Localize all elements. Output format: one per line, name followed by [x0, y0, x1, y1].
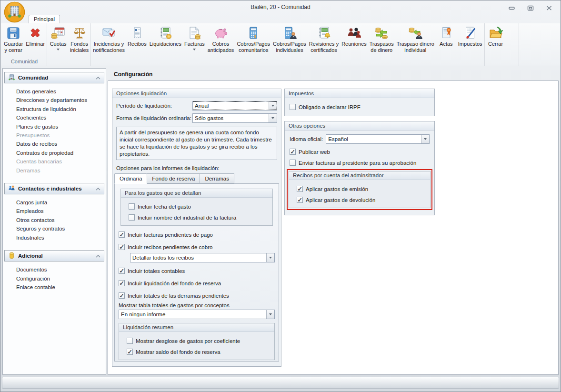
- forma-liquidacion-dropdown[interactable]: Sólo gastos: [192, 113, 277, 123]
- checkbox-box[interactable]: [119, 268, 125, 274]
- dropdown-button[interactable]: [269, 101, 277, 110]
- page-title: Configuración: [109, 68, 558, 80]
- sidebar-item-presupuestos[interactable]: Presupuestos: [3, 131, 106, 140]
- sidebar-item-estructura-liquidacion[interactable]: Estructura de liquidación: [3, 105, 106, 113]
- checkbox-box[interactable]: [290, 104, 296, 110]
- checkbox-incluir-fecha-gasto[interactable]: Incluir fecha del gasto: [129, 203, 265, 210]
- ribbon-button-cobros-pagos-comunitarios[interactable]: Cobros/Pagos comunitarios: [235, 23, 271, 58]
- checkbox-label: Incluir fecha del gasto: [138, 204, 191, 210]
- sidebar-item-datos-generales[interactable]: Datos generales: [3, 87, 106, 96]
- tab-panel-ordinaria: Para los gastos que se detallan Incluir …: [114, 183, 279, 362]
- sidebar-item-documentos[interactable]: Documentos: [3, 265, 106, 274]
- checkbox-box[interactable]: [290, 149, 296, 155]
- sidebar-item-datos-recibos[interactable]: Datos de recibos: [3, 140, 106, 148]
- checkbox-totales-derramas[interactable]: Incluir totales de las derramas pendient…: [119, 292, 275, 299]
- tab-principal[interactable]: Principal: [29, 15, 60, 23]
- detalle-recibos-dropdown[interactable]: Detallar todos los recibos: [130, 253, 275, 262]
- checkbox-box[interactable]: [297, 197, 303, 203]
- mostrar-tabla-dropdown[interactable]: En ningun informe: [119, 310, 275, 319]
- section-title: Comunidad: [18, 75, 93, 80]
- dropdown-button[interactable]: [266, 253, 274, 262]
- sidebar-item-industriales[interactable]: Industriales: [3, 233, 106, 242]
- checkbox-aplicar-gastos-devolucion[interactable]: Aplicar gastos de devolución: [297, 197, 422, 203]
- sidebar-item-seguros-contratos[interactable]: Seguros y contratos: [3, 224, 106, 233]
- app-menu-button[interactable]: [4, 1, 25, 23]
- ribbon-button-traspaso-individual[interactable]: Traspaso dinero individual: [395, 23, 436, 58]
- ribbon-button-impuestos[interactable]: Impuestos: [457, 23, 484, 58]
- idioma-oficial-row: Idioma oficial: Español: [290, 134, 430, 144]
- chevron-down-icon: [269, 257, 272, 259]
- ribbon-button-reuniones[interactable]: Reuniones: [340, 23, 368, 58]
- panel-header: Otras opciones: [285, 121, 434, 131]
- sidebar-item-coeficientes[interactable]: Coeficientes: [3, 113, 106, 122]
- sidebar-item-empleados[interactable]: Empleados: [3, 207, 106, 215]
- forma-label: Forma de liquidación ordinaria:: [116, 115, 192, 121]
- checkbox-publicar-web[interactable]: Publicar web: [290, 149, 430, 155]
- checkbox-box[interactable]: [119, 292, 125, 299]
- checkbox-box[interactable]: [290, 160, 296, 166]
- checkbox-box[interactable]: [119, 280, 125, 286]
- tab-fondo-de-reserva[interactable]: Fondo de reserva: [147, 173, 200, 183]
- checkbox-enviar-facturas-presidente[interactable]: Enviar facturas al presidente para su ap…: [290, 160, 430, 166]
- ribbon-button-liquidaciones[interactable]: Liquidaciones: [148, 23, 183, 58]
- sidebar-item-direcciones[interactable]: Direcciones y departamentos: [3, 96, 106, 104]
- checkbox-box[interactable]: [127, 338, 133, 344]
- calculator-icon: [246, 25, 261, 40]
- ribbon-button-revisiones[interactable]: Revisiones y certificados: [308, 23, 340, 58]
- checkbox-totales-contables[interactable]: Incluir totales contables: [119, 268, 275, 274]
- checkbox-aplicar-gastos-emision[interactable]: Aplicar gastos de emisión: [297, 186, 422, 192]
- tab-derramas[interactable]: Derramas: [200, 173, 234, 183]
- sidebar-section-contactos[interactable]: Contactos e industriales: [4, 183, 104, 194]
- checkbox-mostrar-saldo-fondo[interactable]: Mostrar saldo del fondo de reserva: [127, 349, 267, 355]
- sidebar-item-planes-gastos[interactable]: Planes de gastos: [3, 122, 106, 131]
- close-button[interactable]: [545, 5, 553, 11]
- checkbox-label: Mostrar saldo del fondo de reserva: [136, 349, 220, 355]
- ribbon-button-cerrar[interactable]: Cerrar: [485, 23, 506, 58]
- checkbox-box[interactable]: [127, 349, 133, 355]
- ribbon-button-cobros-pagos-individuales[interactable]: Cobros/Pagos individuales: [271, 23, 308, 58]
- checkbox-obligado-irpf[interactable]: Obligado a declarar IRPF: [290, 104, 430, 110]
- sidebar-item-cargos-junta[interactable]: Cargos junta: [3, 198, 106, 207]
- sidebar-item-derramas[interactable]: Derramas: [3, 166, 106, 175]
- ribbon-button-traspasos-dinero[interactable]: Traspasos de dinero: [368, 23, 395, 58]
- ribbon-button-guardar-y-cerrar[interactable]: Guardar y cerrar: [2, 23, 24, 58]
- sidebar-item-cuentas-bancarias[interactable]: Cuentas bancarias: [3, 157, 106, 166]
- checkbox-incluir-nombre-industrial[interactable]: Incluir nombre del industrial de la fact…: [129, 214, 265, 221]
- checkbox-mostrar-desglose[interactable]: Mostrar desglose de gastos por coeficien…: [127, 338, 267, 344]
- ribbon-button-incidencias[interactable]: Incidencias y notificaciones: [91, 23, 126, 58]
- status-bar: [2, 377, 559, 389]
- checkbox-facturas-pendientes[interactable]: Incluir facturas pendientes de pago: [119, 231, 275, 238]
- sidebar-item-configuracion[interactable]: Configuración: [3, 274, 106, 283]
- ribbon: Guardar y cerrar Eliminar Comunidad Cuot…: [1, 23, 560, 66]
- checkbox-liquidacion-fondo[interactable]: Incluir liquidación del fondo de reserva: [119, 280, 275, 286]
- ribbon-button-fondos-iniciales[interactable]: Fondos iniciales: [69, 23, 90, 58]
- idioma-oficial-dropdown[interactable]: Español: [326, 134, 430, 144]
- database-icon: [8, 252, 15, 260]
- ribbon-button-eliminar[interactable]: Eliminar: [24, 23, 46, 58]
- dropdown-button[interactable]: [269, 114, 277, 122]
- fieldset-gastos-detallan: Para los gastos que se detallan Incluir …: [120, 189, 273, 226]
- sidebar-item-enlace-contable[interactable]: Enlace contable: [3, 283, 106, 291]
- checkbox-label: Incluir facturas pendientes de pago: [128, 232, 213, 238]
- checkbox-box[interactable]: [129, 214, 135, 221]
- ribbon-button-cuotas[interactable]: Cuotas: [48, 23, 69, 58]
- ribbon-button-actas[interactable]: Actas: [436, 23, 457, 58]
- checkbox-box[interactable]: [129, 203, 135, 210]
- minimize-button[interactable]: [508, 5, 516, 11]
- dropdown-button[interactable]: [266, 310, 274, 319]
- sidebar-item-contratos-propiedad[interactable]: Contratos de propiedad: [3, 149, 106, 157]
- ribbon-button-cobros-anticipados[interactable]: Cobros anticipados: [206, 23, 236, 58]
- checkbox-recibos-pendientes[interactable]: Incluir recibos pendientes de cobro: [119, 244, 275, 250]
- sidebar-section-comunidad[interactable]: Comunidad: [4, 72, 104, 83]
- dropdown-button[interactable]: [421, 135, 429, 143]
- ribbon-button-facturas[interactable]: Facturas: [183, 23, 206, 58]
- sidebar-section-adicional[interactable]: Adicional: [4, 250, 104, 261]
- periodo-liquidacion-dropdown[interactable]: Anual: [192, 101, 277, 111]
- checkbox-box[interactable]: [119, 244, 125, 250]
- checkbox-box[interactable]: [119, 231, 125, 238]
- restore-button[interactable]: [527, 5, 534, 11]
- ribbon-button-recibos[interactable]: Recibos: [126, 23, 148, 58]
- checkbox-box[interactable]: [297, 186, 303, 192]
- sidebar-item-otros-contactos[interactable]: Otros contactos: [3, 216, 106, 224]
- tab-ordinaria[interactable]: Ordinaria: [114, 173, 147, 184]
